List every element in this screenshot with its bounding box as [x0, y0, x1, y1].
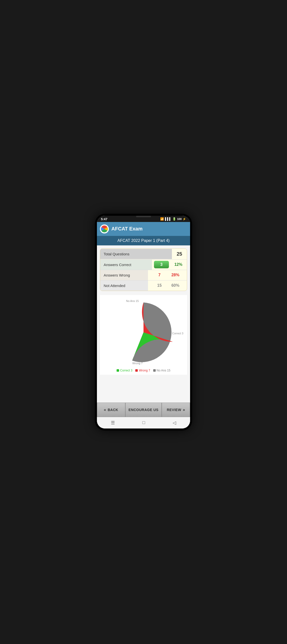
app-logo-icon [100, 224, 109, 234]
encourage-label: ENCOURAGE US [128, 408, 158, 412]
review-button[interactable]: REVIEW » [162, 402, 190, 417]
notatt-row: Not Attended 15 60% [100, 280, 187, 291]
review-label: REVIEW [167, 408, 181, 412]
total-row: Total Questions 25 [100, 249, 187, 260]
android-nav: ☰ □ ◁ [97, 417, 190, 428]
legend-label-correct: Correct 3 [120, 369, 132, 372]
wrong-chart-label: Wrong 7 [132, 362, 142, 365]
wifi-icon: 📶 [160, 217, 164, 221]
legend-correct: Correct 3 [116, 369, 132, 372]
wrong-pct: 28% [168, 270, 183, 280]
status-bar: 5:47 📶 ▌▌▌ 🔋 100 ⚡ [97, 216, 190, 222]
total-value: 25 [172, 249, 187, 259]
signal-icon: ▌▌▌ [165, 217, 172, 221]
back-label: BACK [108, 408, 118, 412]
legend-label-noans: No Ans 15 [157, 369, 170, 372]
wrong-row: Answers Wrong 7 28% [100, 270, 187, 280]
chart-container: No Ans 15 Correct 3 Wrong 7 [100, 295, 187, 375]
correct-num: 3 [154, 261, 169, 268]
correct-label: Answers Correct [100, 260, 152, 270]
legend-dot-correct [116, 369, 119, 372]
back-arrow-icon: « [104, 408, 106, 412]
menu-button[interactable]: ☰ [106, 419, 120, 426]
battery-icon: 🔋 [172, 217, 176, 221]
legend-label-wrong: Wrong 7 [139, 369, 150, 372]
chart-legend: Correct 3 Wrong 7 No Ans 15 [116, 369, 170, 372]
legend-dot-noans [153, 369, 156, 372]
home-button[interactable]: □ [138, 419, 150, 426]
wrong-num: 7 [152, 270, 167, 280]
total-label: Total Questions [100, 249, 172, 259]
back-button[interactable]: « BACK [97, 402, 125, 417]
back-android-button[interactable]: ◁ [168, 419, 181, 426]
phone-screen: 5:47 📶 ▌▌▌ 🔋 100 ⚡ AFCAT Exam AF [97, 216, 190, 428]
sub-header: AFCAT 2022 Paper 1 (Part 4) [97, 236, 190, 246]
wrong-label: Answers Wrong [100, 270, 148, 280]
correct-row: Answers Correct 3 12% [100, 260, 187, 270]
notatt-pct: 60% [168, 281, 183, 290]
legend-noans: No Ans 15 [153, 369, 170, 372]
notatt-label: Not Attended [100, 280, 148, 291]
encourage-button[interactable]: ENCOURAGE US [125, 402, 162, 417]
bottom-nav: « BACK ENCOURAGE US REVIEW » [97, 402, 190, 417]
charging-icon: ⚡ [182, 218, 186, 221]
notatt-num: 15 [152, 281, 167, 290]
review-arrow-icon: » [183, 408, 185, 412]
legend-dot-wrong [135, 369, 138, 372]
battery-value: 100 [177, 218, 182, 220]
no-ans-label: No Ans 15 [126, 300, 139, 302]
pie-chart: No Ans 15 Correct 3 Wrong 7 [111, 300, 176, 365]
content-area: Total Questions 25 Answers Correct 3 12%… [97, 246, 190, 402]
phone-frame: 5:47 📶 ▌▌▌ 🔋 100 ⚡ AFCAT Exam AF [95, 214, 192, 430]
app-header: AFCAT Exam [97, 222, 190, 236]
sub-title: AFCAT 2022 Paper 1 (Part 4) [117, 238, 170, 243]
legend-wrong: Wrong 7 [135, 369, 150, 372]
status-icons: 📶 ▌▌▌ 🔋 100 ⚡ [160, 217, 186, 221]
pie-svg [111, 300, 176, 365]
correct-pct: 12% [171, 260, 186, 269]
stats-card: Total Questions 25 Answers Correct 3 12%… [100, 248, 187, 291]
correct-chart-label: Correct 3 [172, 332, 183, 335]
status-time: 5:47 [101, 217, 108, 221]
app-title: AFCAT Exam [111, 226, 142, 232]
